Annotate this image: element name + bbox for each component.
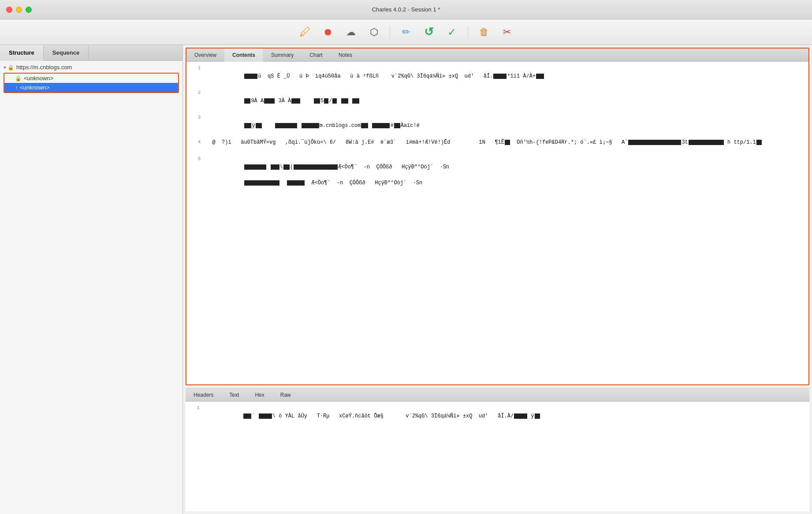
trash-button[interactable]: 🗑	[475, 23, 493, 41]
check-button[interactable]: ✓	[443, 23, 461, 41]
tab-chart[interactable]: Chart	[302, 48, 330, 62]
tab-notes[interactable]: Notes	[331, 48, 360, 62]
unknown-label-2: <unknown>	[20, 84, 49, 91]
content-line-4: 4 @ ?)ì äu0TbãMÝ=vg ,ßqi.¯ù]Ôkù=\ 6/ 8W:…	[190, 138, 805, 154]
content-line-3: 3 ÿ m.cnblogs.com #Àaïc!é	[190, 114, 805, 138]
content-line-2: 2 9À A 3À À 5/	[190, 89, 805, 113]
minimize-button[interactable]	[16, 7, 22, 13]
sidebar-tab-sequence[interactable]: Sequence	[44, 45, 89, 61]
up-arrow-icon: ↑	[15, 85, 18, 91]
stop-button[interactable]: ⬡	[365, 23, 383, 41]
tree-item-box: 🔒 <unknown> ↑ <unknown>	[4, 73, 179, 93]
tab-summary[interactable]: Summary	[263, 48, 302, 62]
bottom-content-viewer: 1 ` \ ö YÀL åÛy T·Rμ xCøÝ.ñcãöt Õæ§ v¨2%…	[186, 402, 809, 511]
line-number-1: 1	[190, 64, 201, 88]
bottom-panel-tabs: Headers Text Hex Raw	[186, 388, 809, 402]
tree-item-domain[interactable]: ▾ 🔒 https://m.cnblogs.com	[0, 63, 183, 72]
line-text-4: @ ?)ì äu0TbãMÝ=vg ,ßqi.¯ù]Ôkù=\ 6/ 8W:â …	[206, 138, 805, 154]
tab-overview[interactable]: Overview	[186, 48, 224, 62]
sidebar-tabs: Structure Sequence	[0, 45, 183, 61]
pointer-tool-button[interactable]: 🖊	[296, 23, 314, 41]
content-line-5: 5 \(Æ<Òo¶¨ -n ÇÓÔßð HçÿÐ"°Oòj` ·Sn Æ<Òo¶…	[190, 155, 805, 195]
line-text-2: 9À A 3À À 5/	[206, 89, 805, 113]
bottom-tab-headers[interactable]: Headers	[186, 388, 221, 402]
expand-icon: ▾	[4, 64, 6, 71]
sidebar-tab-structure[interactable]: Structure	[0, 45, 44, 61]
content-line-1: 1 ü qS È _Ü ú Þ ìq4ú50åa ù à ²fßLñ v¨2%q…	[190, 64, 805, 88]
top-panel-tabs: Overview Contents Summary Chart Notes	[186, 48, 808, 62]
throttle-button[interactable]: ☁	[342, 23, 360, 41]
title-bar: Charles 4.0.2 - Session 1 *	[0, 0, 812, 19]
domain-label: https://m.cnblogs.com	[16, 64, 72, 71]
window-title: Charles 4.0.2 - Session 1 *	[372, 6, 440, 13]
line-text-1: ü qS È _Ü ú Þ ìq4ú50åa ù à ²fßLñ v¨2%qG\…	[206, 64, 805, 88]
close-button[interactable]	[6, 7, 12, 13]
unknown-label-1: <unknown>	[24, 75, 53, 82]
line-number-2: 2	[190, 89, 201, 113]
bottom-line-1: 1 ` \ ö YÀL åÛy T·Rμ xCøÝ.ñcãöt Õæ§ v¨2%…	[189, 404, 806, 428]
bottom-tab-text[interactable]: Text	[221, 388, 247, 402]
bottom-panel: Headers Text Hex Raw 1 ` \ ö YÀL åÛy T·R…	[186, 388, 809, 511]
main-layout: Structure Sequence ▾ 🔒 https://m.cnblogs…	[0, 45, 812, 514]
record-button[interactable]: ⏺	[319, 23, 337, 41]
top-panel: Overview Contents Summary Chart Notes 1 …	[186, 48, 809, 385]
line-text-3: ÿ m.cnblogs.com #Àaïc!é	[206, 114, 805, 138]
separator-1	[390, 26, 390, 39]
tree-item-unknown-1[interactable]: 🔒 <unknown>	[4, 74, 178, 83]
toolbar: 🖊 ⏺ ☁ ⬡ ✏ ↺ ✓ 🗑 ✂	[0, 19, 812, 45]
line-text-5: \(Æ<Òo¶¨ -n ÇÓÔßð HçÿÐ"°Oòj` ·Sn Æ<Òo¶¨ …	[206, 155, 805, 195]
lock-icon: 🔒	[7, 64, 14, 71]
content-area: Overview Contents Summary Chart Notes 1 …	[183, 45, 812, 514]
bottom-tab-hex[interactable]: Hex	[247, 388, 272, 402]
tools-button[interactable]: ✂	[498, 23, 516, 41]
top-content-viewer: 1 ü qS È _Ü ú Þ ìq4ú50åa ù à ²fßLñ v¨2%q…	[186, 62, 808, 384]
tree-item-unknown-2[interactable]: ↑ <unknown>	[4, 83, 178, 92]
line-number-5: 5	[190, 155, 201, 195]
sidebar-tree: ▾ 🔒 https://m.cnblogs.com 🔒 <unknown> ↑ …	[0, 61, 183, 514]
sidebar: Structure Sequence ▾ 🔒 https://m.cnblogs…	[0, 45, 183, 514]
separator-2	[468, 26, 468, 39]
window-controls	[6, 7, 32, 13]
lock-icon-2: 🔒	[15, 75, 22, 82]
line-number-3: 3	[190, 114, 201, 138]
bottom-line-text-1: ` \ ö YÀL åÛy T·Rμ xCøÝ.ñcãöt Õæ§ v¨2%qG…	[205, 404, 806, 428]
bottom-tab-raw[interactable]: Raw	[272, 388, 299, 402]
tab-contents[interactable]: Contents	[224, 48, 263, 62]
bottom-line-number-1: 1	[189, 404, 200, 428]
refresh-button[interactable]: ↺	[420, 23, 438, 41]
compose-button[interactable]: ✏	[397, 23, 415, 41]
maximize-button[interactable]	[26, 7, 32, 13]
line-number-4: 4	[190, 138, 201, 154]
